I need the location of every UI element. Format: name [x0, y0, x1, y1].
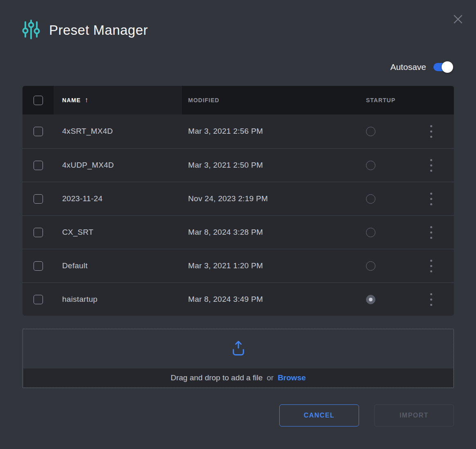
preset-name-label: 2023-11-24 [62, 194, 103, 203]
dialog-title: Preset Manager [49, 22, 148, 38]
row-checkbox[interactable] [34, 161, 43, 170]
startup-radio[interactable] [366, 194, 375, 204]
select-all-checkbox[interactable] [34, 96, 43, 105]
autosave-row: Autosave [0, 61, 452, 74]
row-checkbox[interactable] [34, 228, 43, 237]
kebab-menu-icon[interactable] [428, 257, 435, 275]
kebab-menu-icon[interactable] [428, 224, 435, 241]
preset-modified-label: Mar 3, 2021 2:50 PM [188, 161, 263, 170]
preset-manager-dialog: Preset Manager Autosave NAME ↑ MODIFIED … [0, 0, 476, 449]
preset-name-label: Default [62, 261, 88, 270]
preset-modified-label: Mar 3, 2021 2:56 PM [188, 127, 263, 136]
table-body: 4xSRT_MX4D Mar 3, 2021 2:56 PM 4xUDP_MX4… [22, 114, 454, 316]
kebab-menu-icon[interactable] [428, 157, 435, 174]
row-checkbox[interactable] [34, 127, 43, 136]
table-row[interactable]: 4xSRT_MX4D Mar 3, 2021 2:56 PM [22, 114, 454, 148]
startup-radio[interactable] [366, 228, 375, 237]
preset-name-label: haistartup [62, 295, 97, 304]
dropzone-text: Drag and drop to add a file [171, 373, 263, 382]
kebab-menu-icon[interactable] [428, 190, 435, 208]
preset-modified-label: Mar 3, 2021 1:20 PM [188, 261, 263, 270]
table-row[interactable]: haistartup Mar 8, 2024 3:49 PM [22, 282, 454, 316]
kebab-menu-icon[interactable] [428, 123, 435, 140]
table-row[interactable]: 4xUDP_MX4D Mar 3, 2021 2:50 PM [22, 148, 454, 182]
dropzone-or-text: or [267, 373, 274, 382]
sliders-icon [21, 19, 41, 41]
startup-radio[interactable] [366, 127, 375, 136]
close-button[interactable] [451, 12, 465, 27]
toggle-knob [442, 61, 453, 73]
startup-radio[interactable] [366, 295, 375, 304]
dropzone-caption: Drag and drop to add a file or Browse [23, 368, 453, 387]
preset-modified-label: Mar 8, 2024 3:28 PM [188, 228, 263, 237]
import-button[interactable]: IMPORT [374, 404, 454, 427]
table-header: NAME ↑ MODIFIED STARTUP [22, 86, 454, 114]
preset-name-label: 4xSRT_MX4D [62, 127, 113, 136]
column-header-startup[interactable]: STARTUP [358, 86, 422, 114]
kebab-menu-icon[interactable] [428, 291, 435, 308]
column-header-modified[interactable]: MODIFIED [182, 86, 358, 114]
sort-asc-icon: ↑ [85, 96, 88, 104]
table-row[interactable]: Default Mar 3, 2021 1:20 PM [22, 249, 454, 282]
table-row[interactable]: 2023-11-24 Nov 24, 2023 2:19 PM [22, 182, 454, 215]
preset-modified-label: Mar 8, 2024 3:49 PM [188, 295, 263, 304]
dialog-footer: CANCEL IMPORT [0, 404, 454, 427]
autosave-label: Autosave [390, 62, 426, 72]
file-dropzone[interactable]: Drag and drop to add a file or Browse [22, 329, 454, 388]
cancel-button[interactable]: CANCEL [279, 404, 359, 427]
close-icon [452, 13, 464, 27]
preset-name-label: CX_SRT [62, 228, 93, 237]
dialog-header: Preset Manager [21, 20, 476, 40]
row-checkbox[interactable] [34, 261, 43, 271]
row-checkbox[interactable] [34, 295, 43, 304]
upload-icon [230, 340, 247, 359]
startup-radio[interactable] [366, 261, 375, 271]
preset-table: NAME ↑ MODIFIED STARTUP 4xSRT_MX4D Mar 3… [22, 86, 454, 316]
preset-modified-label: Nov 24, 2023 2:19 PM [188, 194, 268, 203]
browse-link[interactable]: Browse [278, 373, 306, 382]
row-checkbox[interactable] [34, 194, 43, 204]
table-row[interactable]: CX_SRT Mar 8, 2024 3:28 PM [22, 215, 454, 249]
column-header-name[interactable]: NAME ↑ [54, 86, 182, 114]
preset-name-label: 4xUDP_MX4D [62, 161, 114, 170]
startup-radio[interactable] [366, 161, 375, 170]
autosave-toggle[interactable] [433, 63, 452, 71]
